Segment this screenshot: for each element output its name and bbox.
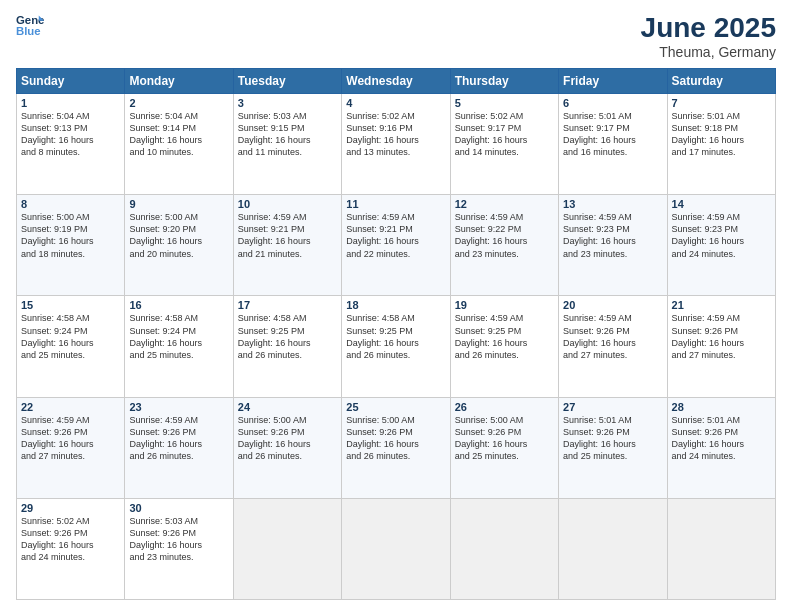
table-row: 3Sunrise: 5:03 AM Sunset: 9:15 PM Daylig… — [233, 94, 341, 195]
day-number: 23 — [129, 401, 228, 413]
calendar-week-2: 8Sunrise: 5:00 AM Sunset: 9:19 PM Daylig… — [17, 195, 776, 296]
header-saturday: Saturday — [667, 69, 775, 94]
day-number: 27 — [563, 401, 662, 413]
day-info: Sunrise: 5:02 AM Sunset: 9:26 PM Dayligh… — [21, 515, 120, 564]
subtitle: Theuma, Germany — [641, 44, 776, 60]
day-info: Sunrise: 4:58 AM Sunset: 9:25 PM Dayligh… — [346, 312, 445, 361]
table-row: 25Sunrise: 5:00 AM Sunset: 9:26 PM Dayli… — [342, 397, 450, 498]
day-info: Sunrise: 5:03 AM Sunset: 9:26 PM Dayligh… — [129, 515, 228, 564]
table-row — [450, 498, 558, 599]
calendar-header-row: Sunday Monday Tuesday Wednesday Thursday… — [17, 69, 776, 94]
day-number: 29 — [21, 502, 120, 514]
table-row: 5Sunrise: 5:02 AM Sunset: 9:17 PM Daylig… — [450, 94, 558, 195]
day-number: 22 — [21, 401, 120, 413]
day-number: 20 — [563, 299, 662, 311]
day-number: 1 — [21, 97, 120, 109]
day-info: Sunrise: 4:58 AM Sunset: 9:24 PM Dayligh… — [21, 312, 120, 361]
table-row: 12Sunrise: 4:59 AM Sunset: 9:22 PM Dayli… — [450, 195, 558, 296]
day-info: Sunrise: 4:59 AM Sunset: 9:22 PM Dayligh… — [455, 211, 554, 260]
day-info: Sunrise: 5:00 AM Sunset: 9:26 PM Dayligh… — [346, 414, 445, 463]
day-number: 14 — [672, 198, 771, 210]
header-sunday: Sunday — [17, 69, 125, 94]
day-number: 17 — [238, 299, 337, 311]
table-row: 13Sunrise: 4:59 AM Sunset: 9:23 PM Dayli… — [559, 195, 667, 296]
table-row: 20Sunrise: 4:59 AM Sunset: 9:26 PM Dayli… — [559, 296, 667, 397]
table-row: 24Sunrise: 5:00 AM Sunset: 9:26 PM Dayli… — [233, 397, 341, 498]
day-number: 8 — [21, 198, 120, 210]
day-number: 3 — [238, 97, 337, 109]
logo: General Blue — [16, 12, 44, 40]
table-row: 26Sunrise: 5:00 AM Sunset: 9:26 PM Dayli… — [450, 397, 558, 498]
header: General Blue June 2025 Theuma, Germany — [16, 12, 776, 60]
table-row — [233, 498, 341, 599]
header-tuesday: Tuesday — [233, 69, 341, 94]
day-number: 4 — [346, 97, 445, 109]
day-info: Sunrise: 4:58 AM Sunset: 9:25 PM Dayligh… — [238, 312, 337, 361]
table-row: 23Sunrise: 4:59 AM Sunset: 9:26 PM Dayli… — [125, 397, 233, 498]
table-row: 9Sunrise: 5:00 AM Sunset: 9:20 PM Daylig… — [125, 195, 233, 296]
day-number: 16 — [129, 299, 228, 311]
day-info: Sunrise: 5:02 AM Sunset: 9:17 PM Dayligh… — [455, 110, 554, 159]
day-number: 24 — [238, 401, 337, 413]
table-row: 28Sunrise: 5:01 AM Sunset: 9:26 PM Dayli… — [667, 397, 775, 498]
table-row: 7Sunrise: 5:01 AM Sunset: 9:18 PM Daylig… — [667, 94, 775, 195]
day-number: 10 — [238, 198, 337, 210]
calendar-week-4: 22Sunrise: 4:59 AM Sunset: 9:26 PM Dayli… — [17, 397, 776, 498]
header-friday: Friday — [559, 69, 667, 94]
table-row: 29Sunrise: 5:02 AM Sunset: 9:26 PM Dayli… — [17, 498, 125, 599]
svg-text:Blue: Blue — [16, 25, 41, 37]
day-number: 28 — [672, 401, 771, 413]
day-number: 9 — [129, 198, 228, 210]
day-info: Sunrise: 5:00 AM Sunset: 9:26 PM Dayligh… — [455, 414, 554, 463]
day-info: Sunrise: 4:59 AM Sunset: 9:23 PM Dayligh… — [672, 211, 771, 260]
day-info: Sunrise: 4:59 AM Sunset: 9:26 PM Dayligh… — [129, 414, 228, 463]
calendar-table: Sunday Monday Tuesday Wednesday Thursday… — [16, 68, 776, 600]
day-number: 12 — [455, 198, 554, 210]
logo-icon: General Blue — [16, 12, 44, 40]
table-row: 18Sunrise: 4:58 AM Sunset: 9:25 PM Dayli… — [342, 296, 450, 397]
table-row: 10Sunrise: 4:59 AM Sunset: 9:21 PM Dayli… — [233, 195, 341, 296]
header-thursday: Thursday — [450, 69, 558, 94]
table-row: 8Sunrise: 5:00 AM Sunset: 9:19 PM Daylig… — [17, 195, 125, 296]
header-wednesday: Wednesday — [342, 69, 450, 94]
day-number: 7 — [672, 97, 771, 109]
day-info: Sunrise: 4:58 AM Sunset: 9:24 PM Dayligh… — [129, 312, 228, 361]
calendar-week-5: 29Sunrise: 5:02 AM Sunset: 9:26 PM Dayli… — [17, 498, 776, 599]
day-info: Sunrise: 5:01 AM Sunset: 9:18 PM Dayligh… — [672, 110, 771, 159]
day-number: 18 — [346, 299, 445, 311]
day-info: Sunrise: 4:59 AM Sunset: 9:26 PM Dayligh… — [21, 414, 120, 463]
table-row: 15Sunrise: 4:58 AM Sunset: 9:24 PM Dayli… — [17, 296, 125, 397]
month-title: June 2025 — [641, 12, 776, 44]
table-row: 4Sunrise: 5:02 AM Sunset: 9:16 PM Daylig… — [342, 94, 450, 195]
title-block: June 2025 Theuma, Germany — [641, 12, 776, 60]
table-row: 19Sunrise: 4:59 AM Sunset: 9:25 PM Dayli… — [450, 296, 558, 397]
table-row — [667, 498, 775, 599]
day-info: Sunrise: 5:02 AM Sunset: 9:16 PM Dayligh… — [346, 110, 445, 159]
table-row: 17Sunrise: 4:58 AM Sunset: 9:25 PM Dayli… — [233, 296, 341, 397]
day-info: Sunrise: 5:00 AM Sunset: 9:26 PM Dayligh… — [238, 414, 337, 463]
day-number: 19 — [455, 299, 554, 311]
day-number: 2 — [129, 97, 228, 109]
table-row: 16Sunrise: 4:58 AM Sunset: 9:24 PM Dayli… — [125, 296, 233, 397]
table-row: 2Sunrise: 5:04 AM Sunset: 9:14 PM Daylig… — [125, 94, 233, 195]
calendar-week-1: 1Sunrise: 5:04 AM Sunset: 9:13 PM Daylig… — [17, 94, 776, 195]
day-number: 11 — [346, 198, 445, 210]
day-number: 21 — [672, 299, 771, 311]
table-row: 30Sunrise: 5:03 AM Sunset: 9:26 PM Dayli… — [125, 498, 233, 599]
day-info: Sunrise: 5:03 AM Sunset: 9:15 PM Dayligh… — [238, 110, 337, 159]
table-row: 21Sunrise: 4:59 AM Sunset: 9:26 PM Dayli… — [667, 296, 775, 397]
page: General Blue June 2025 Theuma, Germany S… — [0, 0, 792, 612]
day-info: Sunrise: 4:59 AM Sunset: 9:23 PM Dayligh… — [563, 211, 662, 260]
day-info: Sunrise: 5:01 AM Sunset: 9:26 PM Dayligh… — [563, 414, 662, 463]
day-info: Sunrise: 4:59 AM Sunset: 9:25 PM Dayligh… — [455, 312, 554, 361]
table-row — [342, 498, 450, 599]
day-number: 30 — [129, 502, 228, 514]
table-row: 22Sunrise: 4:59 AM Sunset: 9:26 PM Dayli… — [17, 397, 125, 498]
day-number: 5 — [455, 97, 554, 109]
day-info: Sunrise: 4:59 AM Sunset: 9:21 PM Dayligh… — [346, 211, 445, 260]
day-number: 15 — [21, 299, 120, 311]
day-info: Sunrise: 5:01 AM Sunset: 9:17 PM Dayligh… — [563, 110, 662, 159]
day-number: 6 — [563, 97, 662, 109]
day-number: 26 — [455, 401, 554, 413]
day-info: Sunrise: 5:04 AM Sunset: 9:13 PM Dayligh… — [21, 110, 120, 159]
